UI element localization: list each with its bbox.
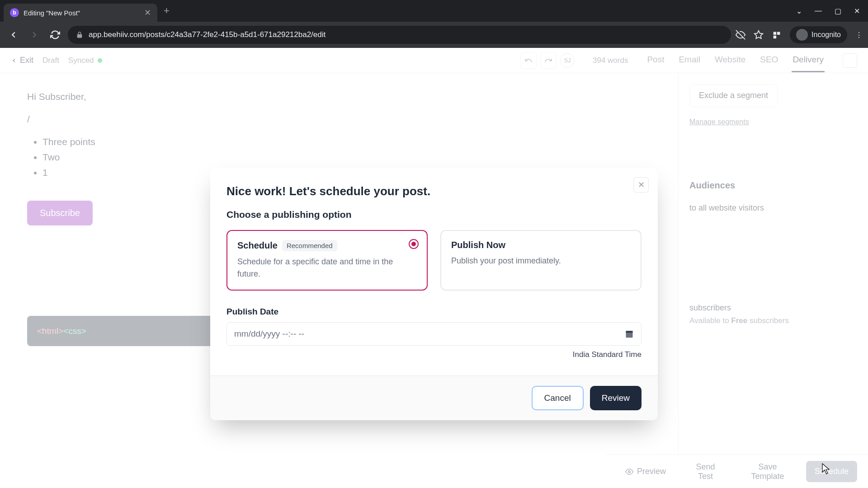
svg-rect-4 bbox=[626, 331, 633, 333]
browser-tab[interactable]: b Editing "New Post" ✕ bbox=[4, 4, 157, 22]
incognito-icon bbox=[796, 29, 808, 41]
back-button[interactable] bbox=[5, 27, 22, 43]
option-schedule-desc: Schedule for a specific date and time in… bbox=[237, 256, 417, 280]
schedule-modal: ✕ Nice work! Let's schedule your post. C… bbox=[210, 168, 658, 420]
option-schedule[interactable]: Schedule Recommended Schedule for a spec… bbox=[226, 230, 428, 291]
reload-button[interactable] bbox=[47, 27, 63, 43]
publish-date-input[interactable]: mm/dd/yyyy --:-- -- bbox=[226, 322, 642, 346]
maximize-icon[interactable]: ▢ bbox=[835, 7, 841, 15]
lock-icon bbox=[76, 31, 83, 38]
date-placeholder: mm/dd/yyyy --:-- -- bbox=[234, 329, 304, 339]
option-publish-title: Publish Now bbox=[451, 240, 505, 250]
calendar-icon bbox=[625, 329, 634, 338]
kebab-menu-icon[interactable]: ⋮ bbox=[855, 31, 863, 39]
option-schedule-title: Schedule bbox=[237, 240, 278, 251]
address-bar: app.beehiiv.com/posts/c24a3a77-2fe2-415b… bbox=[0, 22, 868, 48]
app-page: Exit Draft Synced SJ 394 words Post Emai… bbox=[0, 48, 868, 488]
url-text: app.beehiiv.com/posts/c24a3a77-2fe2-415b… bbox=[89, 30, 326, 39]
tab-close-icon[interactable]: ✕ bbox=[144, 8, 151, 18]
incognito-badge[interactable]: Incognito bbox=[790, 26, 847, 43]
recommended-badge: Recommended bbox=[282, 240, 337, 251]
browser-tab-strip: b Editing "New Post" ✕ + ⌄ ― ▢ ✕ bbox=[0, 0, 868, 22]
close-window-icon[interactable]: ✕ bbox=[854, 7, 860, 15]
new-tab-button[interactable]: + bbox=[164, 5, 170, 17]
star-icon[interactable] bbox=[754, 30, 764, 40]
review-button[interactable]: Review bbox=[590, 386, 642, 410]
forward-button[interactable] bbox=[26, 27, 42, 43]
url-field[interactable]: app.beehiiv.com/posts/c24a3a77-2fe2-415b… bbox=[68, 26, 731, 44]
extensions-icon[interactable] bbox=[772, 30, 782, 40]
option-publish-now[interactable]: Publish Now Publish your post immediatel… bbox=[440, 230, 642, 291]
modal-close-button[interactable]: ✕ bbox=[633, 177, 649, 192]
svg-marker-1 bbox=[755, 31, 763, 38]
cursor-icon bbox=[822, 463, 830, 475]
chevron-down-icon[interactable]: ⌄ bbox=[796, 7, 802, 15]
publish-date-label: Publish Date bbox=[226, 307, 642, 317]
timezone-label: India Standard Time bbox=[226, 350, 642, 359]
modal-title: Nice work! Let's schedule your post. bbox=[226, 184, 642, 198]
check-circle-icon bbox=[409, 239, 419, 249]
modal-subtitle: Choose a publishing option bbox=[226, 209, 642, 220]
tab-title: Editing "New Post" bbox=[24, 9, 140, 17]
window-controls: ⌄ ― ▢ ✕ bbox=[796, 7, 864, 15]
option-publish-desc: Publish your post immediately. bbox=[451, 255, 631, 267]
incognito-label: Incognito bbox=[811, 31, 841, 39]
cancel-button[interactable]: Cancel bbox=[532, 386, 584, 410]
eye-off-icon[interactable] bbox=[736, 30, 745, 40]
favicon: b bbox=[10, 8, 19, 17]
minimize-icon[interactable]: ― bbox=[815, 7, 822, 15]
